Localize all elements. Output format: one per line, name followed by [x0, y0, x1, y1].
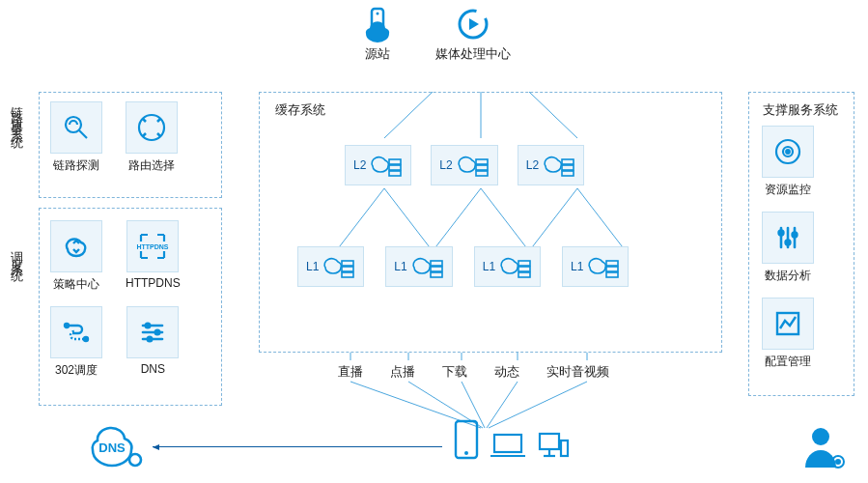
media-center-icon: [454, 5, 492, 43]
l1-node: L1: [474, 246, 541, 287]
svg-rect-72: [561, 440, 568, 456]
delivery-live: 直播: [338, 363, 363, 381]
svg-rect-43: [606, 267, 618, 271]
svg-point-14: [148, 337, 152, 341]
dns-card: DNS: [126, 306, 181, 379]
svg-point-67: [464, 451, 468, 455]
laptop-icon: [489, 431, 527, 460]
config-label: 配置管理: [765, 354, 811, 370]
devices: [454, 419, 570, 460]
analytics-label: 数据分析: [765, 268, 811, 284]
svg-rect-29: [476, 171, 488, 176]
svg-rect-34: [342, 267, 353, 271]
svg-point-5: [139, 115, 164, 140]
svg-rect-32: [562, 171, 574, 176]
svg-point-75: [836, 460, 840, 464]
svg-point-63: [793, 233, 798, 238]
delivery-dynamic: 动态: [494, 363, 519, 381]
delivery-row: 直播 点播 下载 动态 实时音视频: [338, 363, 609, 381]
user-icon: [799, 423, 848, 471]
l2-node: L2: [345, 145, 411, 185]
sliders-icon: [762, 212, 814, 264]
l1-row: L1 L1 L1 L1: [297, 246, 629, 287]
monitor-card: 资源监控: [762, 126, 814, 198]
link-probe-label: 链路探测: [53, 157, 99, 174]
l2-node: L2: [518, 145, 584, 185]
analytics-card: 数据分析: [762, 212, 814, 284]
media-center-item: 媒体处理中心: [435, 5, 511, 63]
link-probe-card: 链路探测: [50, 101, 102, 174]
chart-line-icon: [762, 298, 814, 350]
svg-rect-37: [431, 267, 442, 271]
svg-rect-44: [606, 272, 618, 277]
svg-line-4: [79, 130, 87, 138]
svg-point-62: [786, 241, 791, 245]
svg-point-7: [65, 324, 69, 327]
media-center-label: 媒体处理中心: [435, 45, 511, 63]
quality-title: 链路质量系统: [8, 97, 25, 131]
origin-icon: [358, 5, 397, 43]
top-icons: 源站 媒体处理中心: [0, 5, 868, 63]
svg-rect-39: [518, 261, 530, 266]
l1-node: L1: [385, 246, 452, 287]
svg-rect-27: [476, 159, 488, 164]
svg-rect-28: [476, 165, 488, 170]
schedule-title: 调度系统: [8, 242, 25, 265]
delivery-rtav: 实时音视频: [546, 363, 609, 381]
dns-label: DNS: [141, 362, 165, 376]
monitor-label: 资源监控: [765, 182, 811, 198]
httpdns-card: HTTPDNS HTTPDNS: [126, 220, 181, 293]
route-select-icon: [126, 101, 178, 154]
svg-rect-30: [562, 159, 574, 164]
link-quality-grid: 链路探测 路由选择: [50, 101, 178, 174]
svg-rect-36: [431, 261, 442, 266]
server-icon: [543, 152, 575, 179]
delivery-vod: 点播: [390, 363, 415, 381]
svg-point-8: [84, 337, 88, 341]
svg-point-13: [155, 330, 159, 334]
link-probe-icon: [50, 101, 102, 154]
l1-node: L1: [297, 246, 364, 287]
httpdns-label: HTTPDNS: [126, 276, 181, 290]
support-grid: 资源监控 数据分析 配置管理: [762, 126, 814, 370]
svg-rect-68: [494, 435, 521, 452]
server-icon: [370, 152, 403, 179]
route-select-label: 路由选择: [128, 157, 175, 174]
dns-settings-icon: [126, 306, 179, 358]
redirect302-icon: [50, 306, 102, 358]
svg-point-73: [812, 428, 829, 445]
eye-icon: [762, 126, 814, 178]
policy-center-icon: [50, 220, 102, 272]
schedule-grid: 策略中心 HTTPDNS HTTPDNS 302调度 DNS: [50, 220, 181, 379]
svg-rect-69: [540, 434, 559, 449]
redirect302-card: 302调度: [50, 306, 102, 379]
dns-bubble-text: DNS: [98, 440, 126, 455]
svg-point-1: [376, 13, 378, 15]
svg-rect-25: [389, 165, 401, 170]
cache-panel: [259, 92, 722, 353]
desktop-icon: [537, 431, 570, 460]
server-icon: [457, 152, 490, 179]
server-icon: [322, 253, 355, 280]
support-title: 支撑服务系统: [763, 101, 838, 119]
policy-center-card: 策略中心: [50, 220, 102, 293]
l2-node: L2: [431, 145, 497, 185]
redirect302-label: 302调度: [55, 362, 98, 379]
svg-point-65: [129, 454, 141, 466]
l2-row: L2 L2 L2: [345, 145, 584, 185]
svg-point-3: [66, 117, 81, 132]
cache-title: 缓存系统: [275, 101, 325, 119]
svg-rect-35: [342, 272, 353, 277]
svg-rect-41: [518, 272, 530, 277]
server-icon: [411, 253, 444, 280]
svg-rect-26: [389, 171, 401, 176]
dns-arrow: [153, 446, 442, 447]
svg-point-12: [146, 324, 150, 327]
origin-label: 源站: [365, 45, 390, 63]
svg-rect-33: [342, 261, 353, 266]
svg-rect-24: [389, 159, 401, 164]
phone-icon: [454, 419, 479, 460]
svg-point-57: [786, 150, 790, 154]
policy-center-label: 策略中心: [53, 276, 99, 293]
delivery-download: 下载: [442, 363, 467, 381]
